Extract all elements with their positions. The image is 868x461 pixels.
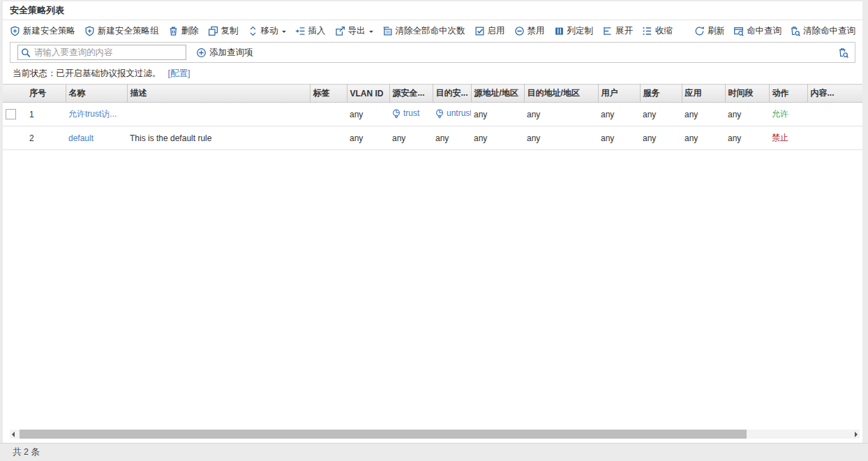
- column-header[interactable]: 源安全...: [389, 85, 433, 103]
- table-cell: any: [682, 126, 725, 150]
- toolbar-button-label: 新建安全策略: [23, 25, 75, 37]
- trash-icon: [168, 26, 179, 36]
- toolbar-button-new-policy-group[interactable]: 新建安全策略组: [84, 25, 159, 37]
- toolbar-button-delete[interactable]: 删除: [168, 25, 199, 37]
- column-header[interactable]: 目的地址/地区: [524, 85, 598, 103]
- column-header[interactable]: 用户: [598, 85, 640, 103]
- table-cell: any: [347, 103, 389, 126]
- column-header[interactable]: 内容...: [807, 85, 862, 103]
- column-header[interactable]: 源地址/地区: [471, 85, 524, 103]
- export-icon: [335, 26, 345, 36]
- table-cell: trust: [389, 103, 433, 126]
- table-cell: 允许trust访...: [66, 103, 127, 126]
- table-cell: any: [598, 103, 640, 126]
- column-header[interactable]: 动作: [769, 85, 807, 103]
- policy-name-link[interactable]: default: [68, 133, 93, 143]
- toolbar-button-copy[interactable]: 复制: [208, 25, 239, 37]
- add-query-button[interactable]: 添加查询项: [196, 47, 253, 59]
- toolbar-button-move[interactable]: 移动: [248, 25, 286, 37]
- configure-link[interactable]: [配置]: [168, 68, 190, 80]
- table-cell: 1: [27, 103, 66, 126]
- toolbar-button-label: 列定制: [567, 25, 594, 37]
- caret-down-icon: [282, 31, 286, 35]
- status-row: 当前状态： 已开启基础协议报文过滤。 [配置]: [3, 63, 862, 84]
- table-cell: [807, 126, 862, 150]
- shield-plus-icon: [84, 26, 95, 36]
- column-header[interactable]: 序号: [27, 85, 66, 103]
- table-cell: [310, 126, 347, 150]
- table-cell: any: [471, 103, 524, 126]
- toolbar-button-collapse[interactable]: 收缩: [642, 25, 673, 37]
- horizontal-scrollbar[interactable]: [10, 430, 860, 439]
- table-cell: [807, 103, 862, 126]
- table-search-icon: [733, 26, 744, 36]
- security-policy-page: 安全策略列表 新建安全策略新建安全策略组删除复制移动插入导出00清除全部命中次数…: [0, 0, 868, 461]
- check-square-icon: [474, 26, 485, 36]
- copy-icon: [208, 26, 218, 36]
- toolbar-button-export[interactable]: 导出: [335, 25, 373, 37]
- column-header[interactable]: 应用: [682, 85, 725, 103]
- toolbar-button-label: 收缩: [655, 25, 673, 37]
- total-count: 共 2 条: [0, 443, 868, 461]
- columns-icon: [554, 26, 564, 36]
- table-row[interactable]: 1允许trust访...anytrustuntrustanyanyanyanya…: [3, 103, 862, 126]
- trash-search-icon: [790, 26, 800, 36]
- column-header[interactable]: 名称: [66, 85, 127, 103]
- table-cell: 禁止: [769, 126, 807, 150]
- column-header[interactable]: 描述: [127, 85, 310, 103]
- toolbar-button-hit-query[interactable]: 命中查询: [733, 25, 781, 37]
- table-cell: any: [682, 103, 725, 126]
- zone-cell: untrust: [435, 108, 471, 118]
- table-cell: any: [640, 103, 682, 126]
- toolbar-button-label: 新建安全策略组: [98, 25, 159, 37]
- action-label: 允许: [772, 109, 788, 119]
- toolbar-button-label: 命中查询: [747, 25, 781, 37]
- table-cell: [3, 126, 27, 150]
- toolbar: 新建安全策略新建安全策略组删除复制移动插入导出00清除全部命中次数启用禁用列定制…: [3, 20, 862, 42]
- status-label: 当前状态：: [13, 68, 57, 80]
- toolbar-button-expand[interactable]: 展开: [602, 25, 633, 37]
- zone-icon: [435, 108, 445, 118]
- toolbar-button-label: 展开: [615, 25, 633, 37]
- table-cell: any: [524, 126, 598, 150]
- table-row[interactable]: 2defaultThis is the default ruleanyanyan…: [3, 126, 862, 150]
- table-cell: any: [598, 126, 640, 150]
- column-header[interactable]: 服务: [640, 85, 682, 103]
- column-header[interactable]: 目的安...: [433, 85, 471, 103]
- column-header[interactable]: VLAN ID: [347, 85, 389, 103]
- toolbar-button-disable[interactable]: 禁用: [514, 25, 545, 37]
- search-input[interactable]: 请输入要查询的内容: [17, 45, 186, 60]
- row-select-checkbox[interactable]: [6, 109, 16, 119]
- clear-query-icon[interactable]: [838, 47, 848, 58]
- zone-cell: trust: [392, 108, 419, 118]
- table-cell: any: [471, 126, 524, 150]
- toolbar-button-clear-hit-query[interactable]: 清除命中查询: [790, 25, 855, 37]
- toolbar-button-clear-hit-counts[interactable]: 00清除全部命中次数: [382, 25, 465, 37]
- toolbar-button-label: 导出: [348, 25, 366, 37]
- toolbar-button-new-policy[interactable]: 新建安全策略: [10, 25, 75, 37]
- table-header-row: 序号名称描述标签VLAN ID源安全...目的安...源地址/地区目的地址/地区…: [3, 85, 862, 103]
- scroll-left-arrow-icon[interactable]: [12, 432, 15, 437]
- column-header[interactable]: 时间段: [725, 85, 769, 103]
- column-header[interactable]: 标签: [310, 85, 347, 103]
- policy-name-link[interactable]: 允许trust访...: [68, 109, 117, 119]
- toolbar-button-refresh[interactable]: 刷新: [694, 25, 725, 37]
- toolbar-button-label: 插入: [308, 25, 326, 37]
- toolbar-button-insert[interactable]: 插入: [295, 25, 326, 37]
- move-icon: [248, 26, 258, 36]
- caret-down-icon: [369, 31, 373, 35]
- search-box: 请输入要查询的内容 添加查询项: [10, 42, 855, 63]
- scrollbar-thumb[interactable]: [20, 430, 747, 439]
- scroll-right-arrow-icon[interactable]: [855, 432, 858, 437]
- zone-link[interactable]: untrust: [447, 108, 471, 118]
- expand-icon: [602, 26, 613, 36]
- table-cell: any: [524, 103, 598, 126]
- toolbar-button-label: 禁用: [527, 25, 545, 37]
- zone-link[interactable]: trust: [403, 108, 419, 118]
- toolbar-button-label: 删除: [181, 25, 199, 37]
- toolbar-button-enable[interactable]: 启用: [474, 25, 505, 37]
- toolbar-button-label: 刷新: [708, 25, 725, 37]
- toolbar-button-column-customize[interactable]: 列定制: [554, 25, 594, 37]
- plus-circle-icon: [196, 47, 207, 58]
- toolbar-button-label: 复制: [221, 25, 239, 37]
